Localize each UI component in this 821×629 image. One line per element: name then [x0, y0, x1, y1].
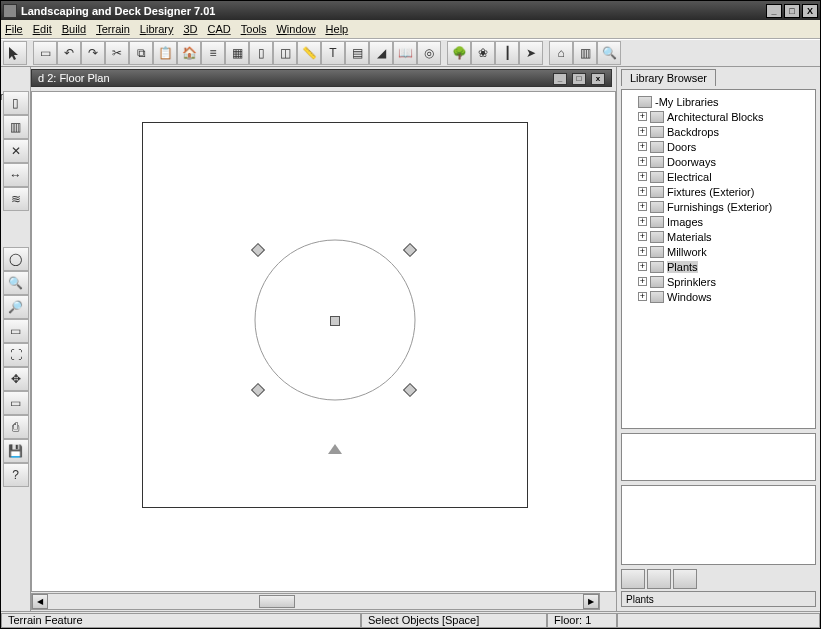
book-tool-icon[interactable]: 📖: [393, 41, 417, 65]
tree-item[interactable]: +Plants: [624, 259, 813, 274]
scroll-right-icon[interactable]: ▶: [583, 594, 599, 609]
tree-root[interactable]: -My Libraries: [624, 94, 813, 109]
menu-3d[interactable]: 3D: [183, 23, 197, 35]
scroll-thumb[interactable]: [259, 595, 295, 608]
lib-view2-icon[interactable]: [647, 569, 671, 589]
horizontal-scrollbar[interactable]: ◀ ▶: [31, 593, 600, 610]
folder-icon: [650, 246, 664, 258]
expand-icon[interactable]: +: [638, 217, 647, 226]
tree-item[interactable]: +Furnishings (Exterior): [624, 199, 813, 214]
tree-item[interactable]: +Sprinklers: [624, 274, 813, 289]
lib-view3-icon[interactable]: [673, 569, 697, 589]
tree-item[interactable]: +Doors: [624, 139, 813, 154]
menu-edit[interactable]: Edit: [33, 23, 52, 35]
left-door-tool-icon[interactable]: ▯: [3, 91, 29, 115]
expand-icon[interactable]: +: [638, 157, 647, 166]
left-column-tool-icon[interactable]: ▥: [3, 115, 29, 139]
drawing-canvas[interactable]: [31, 91, 616, 592]
subwindow-close[interactable]: x: [591, 73, 605, 85]
expand-icon[interactable]: +: [638, 202, 647, 211]
tree-item[interactable]: +Fixtures (Exterior): [624, 184, 813, 199]
menu-window[interactable]: Window: [276, 23, 315, 35]
subwindow-minimize[interactable]: _: [553, 73, 567, 85]
window2-tool-icon[interactable]: ▥: [573, 41, 597, 65]
text-tool-icon[interactable]: T: [321, 41, 345, 65]
expand-icon[interactable]: +: [638, 112, 647, 121]
expand-icon[interactable]: +: [638, 247, 647, 256]
left-poly-tool-icon[interactable]: ≋: [3, 187, 29, 211]
post-tool-icon[interactable]: ┃: [495, 41, 519, 65]
menu-help[interactable]: Help: [326, 23, 349, 35]
library-tab[interactable]: Library Browser: [621, 69, 716, 86]
left-save-tool-icon[interactable]: 💾: [3, 439, 29, 463]
plant-tool-icon[interactable]: ❀: [471, 41, 495, 65]
expand-icon[interactable]: +: [638, 187, 647, 196]
wall-tool-icon[interactable]: ▦: [225, 41, 249, 65]
menubar: File Edit Build Terrain Library 3D CAD T…: [1, 20, 820, 39]
left-zoomrect-tool-icon[interactable]: ▭: [3, 319, 29, 343]
expand-icon[interactable]: +: [638, 142, 647, 151]
paste-tool-icon[interactable]: 📋: [153, 41, 177, 65]
library-tree[interactable]: -My Libraries +Architectural Blocks+Back…: [621, 89, 816, 429]
minimize-button[interactable]: _: [766, 4, 782, 18]
expand-icon[interactable]: +: [638, 127, 647, 136]
lib-view1-icon[interactable]: [621, 569, 645, 589]
left-page-tool-icon[interactable]: ▭: [3, 391, 29, 415]
menu-terrain[interactable]: Terrain: [96, 23, 130, 35]
close-button[interactable]: X: [802, 4, 818, 18]
library-preview-top: [621, 433, 816, 481]
menu-tools[interactable]: Tools: [241, 23, 267, 35]
arrow-tool-icon[interactable]: ➤: [519, 41, 543, 65]
left-pan-tool-icon[interactable]: ✥: [3, 367, 29, 391]
tree-tool-icon[interactable]: 🌳: [447, 41, 471, 65]
target-tool-icon[interactable]: ◎: [417, 41, 441, 65]
menu-build[interactable]: Build: [62, 23, 86, 35]
zoom-tool-icon[interactable]: 🔍: [597, 41, 621, 65]
cut-tool-icon[interactable]: ✂: [105, 41, 129, 65]
open-tool-icon[interactable]: ▭: [33, 41, 57, 65]
menu-cad[interactable]: CAD: [208, 23, 231, 35]
tree-item[interactable]: +Materials: [624, 229, 813, 244]
door-tool-icon[interactable]: ▯: [249, 41, 273, 65]
tree-item[interactable]: +Doorways: [624, 154, 813, 169]
handle-rotate-icon[interactable]: [328, 444, 342, 454]
roof-tool-icon[interactable]: ◢: [369, 41, 393, 65]
copy-tool-icon[interactable]: ⧉: [129, 41, 153, 65]
stairs-tool-icon[interactable]: ≡: [201, 41, 225, 65]
select-tool-icon[interactable]: [3, 41, 27, 65]
ruler-tool-icon[interactable]: 📏: [297, 41, 321, 65]
window-tool-icon[interactable]: ◫: [273, 41, 297, 65]
handle-center[interactable]: [330, 316, 340, 326]
left-print-tool-icon[interactable]: ⎙: [3, 415, 29, 439]
tree-item[interactable]: +Millwork: [624, 244, 813, 259]
tree-item[interactable]: +Backdrops: [624, 124, 813, 139]
expand-icon[interactable]: +: [638, 232, 647, 241]
menu-library[interactable]: Library: [140, 23, 174, 35]
left-circle-tool-icon[interactable]: ◯: [3, 247, 29, 271]
left-help-tool-icon[interactable]: ?: [3, 463, 29, 487]
subwindow-maximize[interactable]: □: [572, 73, 586, 85]
expand-icon[interactable]: +: [638, 277, 647, 286]
menu-file[interactable]: File: [5, 23, 23, 35]
expand-icon[interactable]: +: [638, 172, 647, 181]
expand-icon[interactable]: +: [638, 292, 647, 301]
scroll-left-icon[interactable]: ◀: [32, 594, 48, 609]
house2-tool-icon[interactable]: ⌂: [549, 41, 573, 65]
redo-tool-icon[interactable]: ↷: [81, 41, 105, 65]
tree-item[interactable]: +Images: [624, 214, 813, 229]
expand-icon[interactable]: +: [638, 262, 647, 271]
tree-item[interactable]: +Architectural Blocks: [624, 109, 813, 124]
color-tool-icon[interactable]: ▤: [345, 41, 369, 65]
left-zoomout-tool-icon[interactable]: 🔎: [3, 295, 29, 319]
left-dimension-tool-icon[interactable]: ↔: [3, 163, 29, 187]
tree-item[interactable]: +Electrical: [624, 169, 813, 184]
left-fit-tool-icon[interactable]: ⛶: [3, 343, 29, 367]
status-left: Terrain Feature: [1, 613, 361, 628]
tree-item-label: Doors: [667, 141, 696, 153]
house-tool-icon[interactable]: 🏠: [177, 41, 201, 65]
maximize-button[interactable]: □: [784, 4, 800, 18]
left-zoomin-tool-icon[interactable]: 🔍: [3, 271, 29, 295]
tree-item[interactable]: +Windows: [624, 289, 813, 304]
undo-tool-icon[interactable]: ↶: [57, 41, 81, 65]
left-delete-tool-icon[interactable]: ✕: [3, 139, 29, 163]
